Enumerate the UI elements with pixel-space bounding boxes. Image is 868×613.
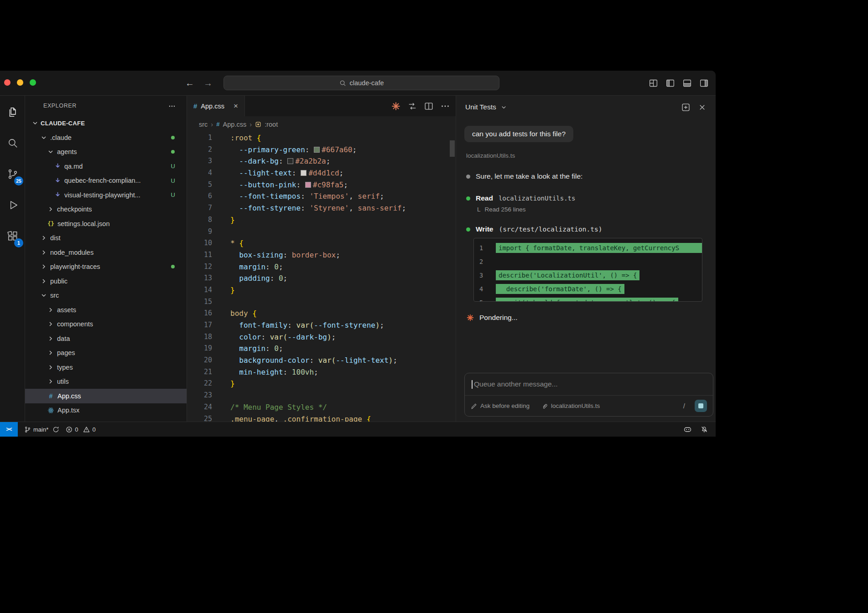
tree-item-data[interactable]: data: [25, 331, 187, 346]
color-swatch[interactable]: [301, 170, 307, 176]
tree-item-visual-testing-playwright[interactable]: visual-testing-playwright...U: [25, 188, 187, 202]
claude-starburst-icon: [466, 314, 474, 322]
code-line-3: 3 --dark-bg: #2a2b2a;: [187, 155, 456, 167]
new-chat-icon[interactable]: [681, 103, 691, 112]
css-file-icon: #: [47, 392, 55, 400]
customize-layout-icon[interactable]: [649, 78, 658, 88]
workspace-root-row[interactable]: CLAUDE-CAFE: [25, 117, 187, 129]
line-number: 21: [187, 366, 212, 378]
attached-file-chip[interactable]: localizationUtils.ts: [551, 402, 600, 409]
tree-item-app-css[interactable]: #App.css: [25, 389, 187, 403]
explorer-view-icon[interactable]: [0, 97, 25, 128]
close-tab-icon[interactable]: ×: [234, 102, 238, 110]
tree-item-claude[interactable]: .claude: [25, 130, 187, 145]
tree-item-src[interactable]: src: [25, 288, 187, 303]
bullet-icon: [466, 175, 470, 179]
open-changes-icon[interactable]: [407, 101, 417, 111]
diff-line-2: 2: [474, 255, 702, 268]
line-number: 11: [187, 249, 212, 261]
close-panel-icon[interactable]: [698, 103, 707, 112]
copilot-icon[interactable]: [684, 426, 691, 433]
run-debug-view-icon[interactable]: [0, 190, 25, 221]
line-number: 5: [187, 179, 212, 191]
tree-item-node-modules[interactable]: node_modules: [25, 245, 187, 260]
explorer-title: EXPLORER: [43, 103, 77, 109]
sync-icon: [52, 426, 59, 433]
chevron-right-icon: [47, 306, 54, 314]
tree-item-settings-local-json[interactable]: {}settings.local.json: [25, 216, 187, 231]
source-control-view-icon[interactable]: 25: [0, 159, 25, 190]
color-swatch[interactable]: [287, 158, 293, 164]
chevron-down-icon[interactable]: [500, 104, 507, 111]
tree-item-public[interactable]: public: [25, 274, 187, 288]
tree-item-assets[interactable]: assets: [25, 303, 187, 317]
tree-item-dist[interactable]: dist: [25, 231, 187, 246]
extensions-badge: 1: [14, 238, 23, 247]
git-modified-dot-icon: [171, 265, 175, 268]
tree-item-quebec-french-complian[interactable]: quebec-french-complian...U: [25, 174, 187, 188]
line-number: 19: [187, 343, 212, 355]
close-window-button[interactable]: [4, 79, 10, 86]
git-branch-item[interactable]: main*: [24, 426, 59, 433]
tree-item-types[interactable]: types: [25, 360, 187, 375]
json-file-icon: {}: [47, 221, 55, 227]
pencil-icon: [471, 403, 477, 409]
code-line-15: 15: [187, 296, 456, 308]
diff-line-4: 4 describe('formatDate', () => {: [474, 282, 702, 296]
color-swatch[interactable]: [314, 147, 320, 153]
color-swatch[interactable]: [305, 182, 311, 188]
scrollbar-thumb[interactable]: [450, 140, 455, 157]
line-number: 3: [187, 155, 212, 167]
md-file-icon: [54, 177, 62, 184]
message-input-container: Queue another message... Ask before edit…: [464, 373, 713, 417]
breadcrumb-separator-icon: ›: [211, 120, 213, 128]
extensions-view-icon[interactable]: 1: [0, 221, 25, 252]
code-line-21: 21 min-height: 100vh;: [187, 366, 456, 378]
code-line-9: 9: [187, 226, 456, 238]
more-actions-icon[interactable]: [440, 101, 450, 111]
tree-item-agents[interactable]: agents: [25, 145, 187, 160]
tree-item-checkpoints[interactable]: checkpoints: [25, 202, 187, 217]
breadcrumb-file[interactable]: App.css: [223, 121, 247, 128]
command-center-search[interactable]: claude-cafe: [223, 76, 499, 90]
back-arrow-icon[interactable]: ←: [185, 78, 194, 88]
forward-arrow-icon[interactable]: →: [203, 78, 213, 88]
zoom-window-button[interactable]: [30, 79, 36, 86]
breadcrumb-src[interactable]: src: [199, 121, 208, 128]
claude-starburst-icon[interactable]: [391, 101, 401, 111]
code-lines: 1:root {2 --primary-green: #667a60;3 --d…: [187, 132, 456, 422]
slash-command-hint[interactable]: /: [683, 402, 685, 410]
remote-indicator[interactable]: ><: [0, 422, 18, 437]
notifications-muted-icon[interactable]: [701, 426, 708, 433]
tree-item-utils[interactable]: utils: [25, 375, 187, 389]
ask-before-editing-toggle[interactable]: Ask before editing: [480, 402, 530, 409]
toggle-panel-icon[interactable]: [682, 78, 692, 88]
message-input[interactable]: Queue another message...: [465, 373, 713, 396]
tree-item-app-tsx[interactable]: App.tsx: [25, 403, 187, 418]
code-line-2: 2 --primary-green: #667a60;: [187, 144, 456, 156]
tree-item-playwright-traces[interactable]: playwright-traces: [25, 260, 187, 274]
code-editor[interactable]: 1:root {2 --primary-green: #667a60;3 --d…: [187, 132, 456, 422]
line-number: 3: [479, 272, 491, 279]
breadcrumb-symbol[interactable]: :root: [265, 121, 278, 128]
tree-item-components[interactable]: components: [25, 317, 187, 332]
workbench: 25 1 EXPLORER CLAUDE-CAFE: [0, 96, 716, 422]
problems-item[interactable]: 0 0: [66, 426, 95, 433]
tree-item-pages[interactable]: pages: [25, 346, 187, 361]
code-line-20: 20 background-color: var(--light-text);: [187, 355, 456, 366]
search-view-icon[interactable]: [0, 128, 25, 159]
more-actions-icon[interactable]: [167, 102, 177, 113]
split-editor-icon[interactable]: [424, 101, 434, 111]
git-modified-dot-icon: [171, 150, 175, 154]
toggle-sidebar-icon[interactable]: [665, 78, 675, 88]
code-line-19: 19 margin: 0;: [187, 343, 456, 355]
code-line-22: 22}: [187, 378, 456, 390]
git-untracked-badge: U: [171, 163, 175, 170]
toggle-secondary-sidebar-icon[interactable]: [699, 78, 709, 88]
minimize-window-button[interactable]: [17, 79, 23, 86]
tree-item-qa-md[interactable]: qa.mdU: [25, 159, 187, 174]
tab-app-css[interactable]: # App.css ×: [187, 96, 245, 116]
chevron-down-icon: [40, 134, 47, 141]
chevron-right-icon: [40, 278, 47, 285]
stop-button[interactable]: [695, 400, 707, 412]
